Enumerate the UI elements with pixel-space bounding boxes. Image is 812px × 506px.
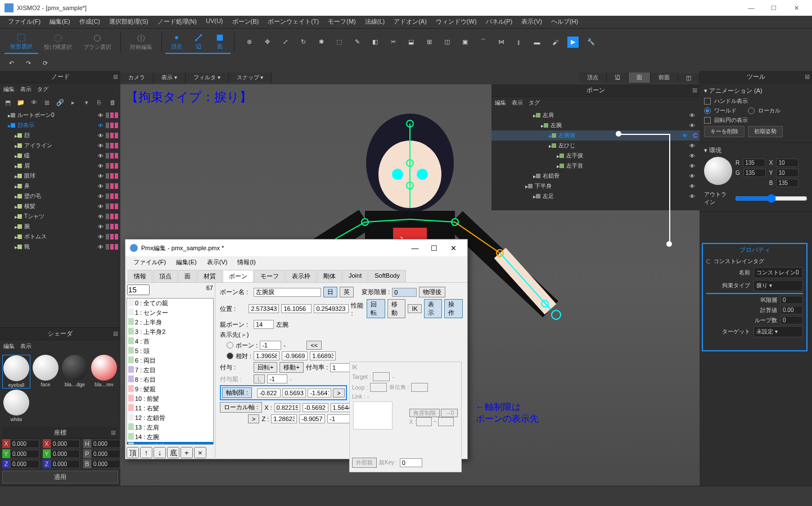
pmx-list-item[interactable]: 9 : 髪親 [127, 385, 213, 394]
pmx-list-item[interactable]: 0 : 全ての親 [127, 299, 213, 308]
bone-row[interactable]: ▸ 左手捩👁 [491, 151, 700, 161]
minimize-button[interactable]: — [740, 4, 763, 11]
coord-b[interactable] [91, 460, 120, 468]
close-button[interactable]: ✕ [785, 4, 808, 12]
eye-icon[interactable]: 👁 [30, 98, 38, 107]
node-sub-view[interactable]: 表示 [20, 85, 31, 93]
collapse-icon[interactable]: ▾ [82, 98, 91, 107]
layer-tree[interactable]: ▸ ルートボーン0👁▸ 顔表示👁▸ 顔👁▸ アイライン👁▸ 瞳👁▸ 眉👁▸ 眼球… [0, 109, 120, 327]
list-btn[interactable]: ↓ [154, 447, 166, 458]
vp-cube-icon[interactable]: ◫ [678, 74, 700, 82]
axis-z[interactable] [308, 388, 331, 397]
link-icon[interactable]: 🔗 [56, 98, 64, 107]
shader-sub-view[interactable]: 表示 [20, 342, 31, 350]
vp-snap-dd[interactable]: スナップ ▾ [229, 73, 272, 83]
menu-bone-weight[interactable]: ボーンウェイト(T) [263, 16, 323, 28]
coord-y[interactable] [10, 450, 39, 458]
layer-row[interactable]: ▸ 横髪👁 [0, 201, 120, 211]
face-mode[interactable]: 面 [209, 30, 231, 54]
layer-icon[interactable]: ⬒ [3, 98, 12, 107]
vertex-mode[interactable]: 頂点 [165, 30, 188, 54]
lang-en-button[interactable]: 英 [340, 287, 354, 297]
pmx-list-item[interactable]: 10 : 前髪 [127, 394, 213, 404]
list-btn[interactable]: + [181, 447, 193, 458]
eraser-icon[interactable]: ◧ [369, 37, 381, 48]
bone-index-input[interactable] [127, 284, 150, 295]
pmx-menu-edit[interactable]: 編集(E) [172, 256, 201, 269]
pmx-list-item[interactable]: 11 : 右髪 [127, 404, 213, 413]
bone-row[interactable]: ▸ 左足👁 [491, 191, 700, 201]
pmx-minimize[interactable]: — [405, 244, 425, 252]
pmx-list-item[interactable]: 13 : 左肩 [127, 423, 213, 432]
pmx-list-item[interactable]: 4 : 首 [127, 337, 213, 346]
coord-h[interactable] [91, 440, 120, 448]
layer-row[interactable]: ▸ Tシャツ👁 [0, 211, 120, 222]
lang-jp-button[interactable]: 日 [323, 287, 337, 297]
bridge-icon[interactable]: ⌒ [477, 37, 489, 48]
layer-row[interactable]: ▸ 眉👁 [0, 161, 120, 171]
menu-file[interactable]: ファイル(F) [3, 16, 45, 28]
axis-limit-toggle[interactable]: 軸制限 : [222, 387, 252, 398]
menu-normal[interactable]: 法線(L) [360, 16, 389, 28]
local-x1[interactable] [303, 403, 328, 412]
coord-x2[interactable] [51, 440, 80, 448]
menu-selection[interactable]: 選択部処理(S) [105, 16, 153, 28]
bone-name-input[interactable] [254, 288, 321, 297]
env-x[interactable] [776, 159, 799, 167]
pmx-tab[interactable]: 面 [178, 270, 197, 282]
bone-row[interactable]: ▸ 左腕👁 [491, 120, 700, 130]
shader-ball[interactable]: eyeball [2, 355, 30, 388]
angle-arrow-btn[interactable]: →0 [441, 409, 458, 417]
marquee-icon[interactable]: ⬚ [333, 37, 345, 48]
menu-edit[interactable]: 編集(E) [45, 16, 75, 28]
list-btn[interactable]: 底 [167, 447, 179, 458]
wrench-icon[interactable]: 🔧 [585, 37, 597, 48]
delete-key-button[interactable]: キーを削除 [704, 126, 745, 137]
pmx-tab[interactable]: SoftBody [368, 270, 406, 282]
bone-row[interactable]: ▸ 左ひじ👁 [491, 141, 700, 151]
panel-close-icon[interactable]: ⊠ [113, 73, 118, 80]
shader-ball[interactable]: bla…rev [90, 355, 118, 388]
ik-layer-input[interactable] [781, 296, 803, 304]
init-pose-button[interactable]: 初期姿勢 [748, 126, 783, 137]
vp-display-dd[interactable]: 表示 ▾ [154, 73, 186, 83]
menu-morph[interactable]: モーフ(M) [323, 16, 360, 28]
pmx-list-item[interactable]: 7 : 左目 [127, 365, 213, 375]
rotate-icon[interactable]: ↻ [297, 37, 309, 48]
expand-icon[interactable]: ▸ [69, 98, 78, 107]
grant-rate[interactable] [330, 363, 350, 372]
panel-close-icon[interactable]: ⊠ [111, 429, 116, 436]
vp-mode-front[interactable]: 前面 [651, 73, 678, 83]
inset-icon[interactable]: ▣ [459, 37, 471, 48]
pmx-tab[interactable]: ボーン [223, 270, 254, 282]
menu-view[interactable]: 表示(V) [517, 16, 547, 28]
layer-row[interactable]: ▸ ルートボーン0👁 [0, 110, 120, 120]
constraint-type-dd[interactable]: 捩り ▾ [754, 280, 803, 291]
shader-ball[interactable]: white [2, 390, 30, 422]
local-x0[interactable] [274, 403, 300, 412]
perf-move[interactable]: 移動 [387, 299, 406, 318]
local-z1[interactable] [299, 414, 325, 423]
grid-icon[interactable]: ⊞ [43, 98, 51, 107]
pmx-bone-list[interactable]: 0 : 全ての親1 : センター2 : 上半身3 : 上半身24 : 首5 : … [127, 298, 214, 445]
pmx-list-item[interactable]: 15 : 左腕捩 [127, 442, 213, 445]
layer-row[interactable]: ▸ 顔👁 [0, 130, 120, 141]
vp-filter-dd[interactable]: フィルタ ▾ [186, 73, 229, 83]
menu-node[interactable]: ノード処理(N) [153, 16, 201, 28]
perf-operate[interactable]: 操作 [444, 299, 463, 318]
pmx-menu-view[interactable]: 表示(V) [202, 256, 232, 269]
pmx-tab[interactable]: 剛体 [317, 270, 342, 282]
axis-x[interactable] [257, 388, 281, 397]
list-btn[interactable]: 頂 [127, 447, 139, 458]
edge-mode[interactable]: 辺 [188, 30, 209, 54]
pencil-icon[interactable]: ✎ [351, 37, 363, 48]
panel-close-icon[interactable]: ⊠ [113, 330, 118, 337]
vp-camera-dd[interactable]: カメラ [120, 73, 154, 83]
grant-parent-idx[interactable] [267, 374, 287, 383]
pos-x[interactable] [249, 304, 279, 313]
scale-icon[interactable]: ⤢ [279, 37, 291, 48]
pmx-list-item[interactable]: 6 : 両目 [127, 356, 213, 365]
loop-icon[interactable]: ⊞ [423, 37, 435, 48]
pos-z[interactable] [314, 304, 349, 313]
bone-row[interactable]: ▸ 右鎖骨👁 [491, 171, 700, 181]
